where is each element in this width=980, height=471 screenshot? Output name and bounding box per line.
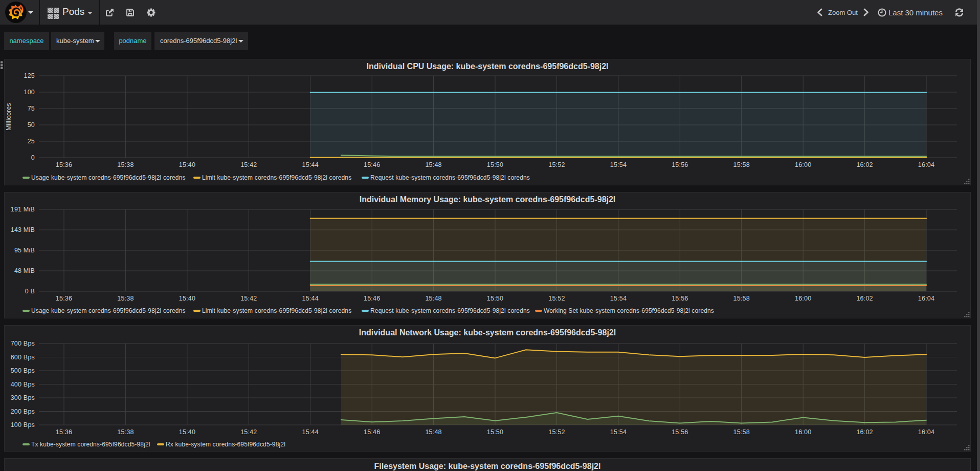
svg-text:15:50: 15:50 xyxy=(487,295,503,302)
svg-text:15:58: 15:58 xyxy=(733,161,750,168)
svg-text:0 B: 0 B xyxy=(25,288,35,295)
svg-text:15:40: 15:40 xyxy=(179,161,195,168)
svg-text:700 Bps: 700 Bps xyxy=(11,340,35,347)
svg-text:15:44: 15:44 xyxy=(302,295,319,302)
svg-text:48 MiB: 48 MiB xyxy=(14,267,35,274)
svg-text:15:36: 15:36 xyxy=(56,295,72,302)
svg-text:400 Bps: 400 Bps xyxy=(11,381,35,388)
svg-text:50: 50 xyxy=(28,121,35,129)
svg-text:500 Bps: 500 Bps xyxy=(11,367,35,374)
svg-text:16:02: 16:02 xyxy=(856,295,873,302)
svg-text:15:36: 15:36 xyxy=(56,161,72,168)
svg-text:Limit kube-system coredns-695f: Limit kube-system coredns-695f96dcd5-98j… xyxy=(202,174,351,181)
svg-text:15:38: 15:38 xyxy=(117,429,133,436)
svg-text:15:50: 15:50 xyxy=(487,161,503,168)
svg-text:15:46: 15:46 xyxy=(364,295,380,302)
svg-text:Request kube-system coredns-69: Request kube-system coredns-695f96dcd5-9… xyxy=(370,307,530,314)
svg-text:191 MiB: 191 MiB xyxy=(11,206,35,213)
svg-text:75: 75 xyxy=(28,105,35,112)
svg-text:15:54: 15:54 xyxy=(610,429,627,436)
svg-text:16:00: 16:00 xyxy=(795,295,811,302)
svg-text:125: 125 xyxy=(24,72,35,79)
svg-text:15:58: 15:58 xyxy=(733,429,750,436)
svg-text:15:56: 15:56 xyxy=(672,161,688,168)
svg-text:15:36: 15:36 xyxy=(56,429,72,436)
svg-text:15:58: 15:58 xyxy=(733,295,750,302)
svg-text:Millicores: Millicores xyxy=(5,103,12,131)
svg-text:Request kube-system coredns-69: Request kube-system coredns-695f96dcd5-9… xyxy=(370,174,530,181)
svg-text:16:04: 16:04 xyxy=(918,429,934,436)
svg-text:16:04: 16:04 xyxy=(918,161,934,168)
svg-text:Rx kube-system coredns-695f96d: Rx kube-system coredns-695f96dcd5-98j2l xyxy=(166,441,285,448)
svg-text:15:48: 15:48 xyxy=(425,429,441,436)
svg-text:15:48: 15:48 xyxy=(425,295,441,302)
svg-text:15:48: 15:48 xyxy=(425,161,441,168)
svg-text:300 Bps: 300 Bps xyxy=(11,394,35,401)
svg-text:95 MiB: 95 MiB xyxy=(14,247,35,254)
svg-text:Usage kube-system coredns-695f: Usage kube-system coredns-695f96dcd5-98j… xyxy=(31,174,186,181)
svg-text:16:00: 16:00 xyxy=(795,429,811,436)
svg-text:15:52: 15:52 xyxy=(548,295,565,302)
svg-text:15:38: 15:38 xyxy=(117,295,133,302)
svg-text:15:56: 15:56 xyxy=(672,429,688,436)
svg-text:15:50: 15:50 xyxy=(487,429,503,436)
svg-text:100 Bps: 100 Bps xyxy=(11,421,35,429)
svg-text:16:04: 16:04 xyxy=(918,295,934,302)
svg-text:15:44: 15:44 xyxy=(302,161,319,168)
svg-text:15:56: 15:56 xyxy=(672,295,688,302)
svg-text:100: 100 xyxy=(24,89,35,96)
svg-text:16:00: 16:00 xyxy=(795,161,811,168)
svg-text:15:46: 15:46 xyxy=(364,161,380,168)
svg-text:15:42: 15:42 xyxy=(240,161,257,168)
svg-text:0: 0 xyxy=(31,154,35,161)
svg-text:15:40: 15:40 xyxy=(179,295,195,302)
svg-text:15:54: 15:54 xyxy=(610,161,627,168)
svg-text:15:46: 15:46 xyxy=(364,429,380,436)
svg-text:15:52: 15:52 xyxy=(548,429,565,436)
svg-text:Usage kube-system coredns-695f: Usage kube-system coredns-695f96dcd5-98j… xyxy=(31,307,186,314)
svg-text:600 Bps: 600 Bps xyxy=(11,354,35,361)
svg-text:Limit kube-system coredns-695f: Limit kube-system coredns-695f96dcd5-98j… xyxy=(202,307,351,314)
svg-text:25: 25 xyxy=(28,138,35,145)
svg-text:16:02: 16:02 xyxy=(856,429,873,436)
svg-text:143 MiB: 143 MiB xyxy=(11,226,35,233)
svg-text:200 Bps: 200 Bps xyxy=(11,408,35,415)
svg-text:15:38: 15:38 xyxy=(117,161,133,168)
svg-text:15:40: 15:40 xyxy=(179,429,195,436)
svg-text:15:52: 15:52 xyxy=(548,161,565,168)
svg-text:Tx kube-system coredns-695f96d: Tx kube-system coredns-695f96dcd5-98j2l xyxy=(31,441,150,448)
svg-text:15:42: 15:42 xyxy=(240,295,257,302)
svg-text:Working Set kube-system coredn: Working Set kube-system coredns-695f96dc… xyxy=(544,307,714,314)
svg-text:16:02: 16:02 xyxy=(856,161,873,168)
svg-text:15:44: 15:44 xyxy=(302,429,319,436)
svg-text:15:54: 15:54 xyxy=(610,295,627,302)
svg-text:15:42: 15:42 xyxy=(240,429,257,436)
